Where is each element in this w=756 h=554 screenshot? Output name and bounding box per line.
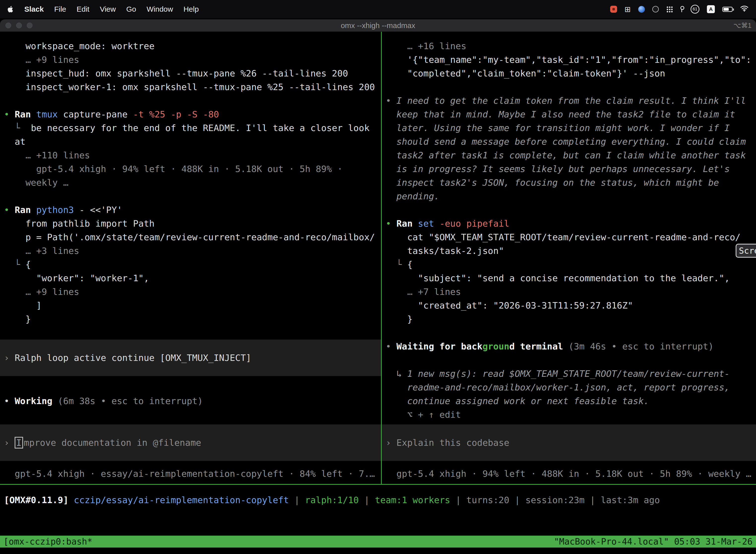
close-button[interactable] [5,22,11,28]
terminal-line: … +3 lines [0,244,381,258]
screen-share-overlay-label: Scre [739,244,756,258]
terminal-line: … +16 lines [382,39,756,53]
menu-view[interactable]: View [100,5,116,13]
input-source-icon[interactable]: A [707,5,715,13]
tmux-session-label: [omx-cczip0:bash* [3,535,92,549]
terminal-line: is in progress? It seems likely but perh… [382,162,756,176]
terminal-line: p = Path('.omx/state/team/review-current… [0,230,381,244]
window-title-bar[interactable]: omx --xhigh --madmax ⌥⌘1 [0,19,756,32]
terminal-line: keep that in mind. Maybe I also need the… [382,107,756,121]
composer-row[interactable]: › Ralph loop active continue [OMX_TMUX_I… [0,340,381,376]
terminal-line: } [382,312,756,326]
terminal-blank-line [0,381,381,394]
menu-go[interactable]: Go [126,5,136,13]
terminal-area: workspace_mode: worktree … +9 lines insp… [0,32,756,554]
menu-edit[interactable]: Edit [77,5,89,13]
hud-line: [OMX#0.11.9] cczip/essay/ai-reimplementa… [0,493,756,507]
terminal-line: workspace_mode: worktree [0,39,381,53]
left-pane: workspace_mode: worktree … +9 lines insp… [0,32,382,484]
terminal-line: "created_at": "2026-03-31T11:59:27.816Z" [382,298,756,312]
terminal-line: inspect_worker-1: omx sparkshell --tmux-… [0,80,381,94]
battery-percent-badge[interactable]: 61 [691,5,699,14]
window-title: omx --xhigh --madmax [0,21,756,30]
right-pane-content: … +16 lines '{"team_name":"my-team","tas… [382,32,756,422]
terminal-line: pending. [382,189,756,203]
terminal-blank-line [0,326,381,340]
terminal-blank-line [0,94,381,107]
terminal-line: [OMX#0.11.9] cczip/essay/ai-reimplementa… [0,493,756,507]
tmux-status-bar: [omx-cczip0:bash* "MacBook-Pro-44.local"… [0,536,756,548]
terminal-blank-line [382,353,756,367]
terminal-line: "worker": "worker-1", [0,271,381,285]
window-title-shortcut: ⌥⌘1 [734,21,752,30]
left-pane-bottom: › Improve documentation in @filename gpt… [0,425,381,481]
right-pane-bottom: › Explain this codebase gpt-5.4 xhigh · … [382,425,756,481]
menu-file[interactable]: File [54,5,66,13]
wifi-icon[interactable] [740,5,749,13]
right-pane: … +16 lines '{"team_name":"my-team","tas… [382,32,756,484]
menu-help[interactable]: Help [184,5,199,13]
composer-row[interactable]: › Improve documentation in @filename [0,425,381,461]
terminal-line: • I need to get the claim token from the… [382,94,756,107]
screen-record-indicator-icon[interactable] [610,6,617,13]
terminal-line: '{"team_name":"my-team","task_id":"1","f… [382,53,756,66]
key-icon[interactable] [680,6,683,12]
terminal-line: "subject": "send a concise recommendatio… [382,271,756,285]
terminal-line: • Ran python3 - <<'PY' [0,203,381,217]
pane-footer-line: gpt-5.4 xhigh · essay/ai-reimplementatio… [0,467,381,481]
terminal-line: • Ran tmux capture-pane -t %25 -p -S -80 [0,107,381,121]
terminal-line: … +9 lines [0,285,381,298]
terminal-line: ↳ 1 new msg(s): read $OMX_TEAM_STATE_ROO… [382,367,756,381]
terminal-blank-line [0,189,381,203]
apple-menu-icon[interactable] [7,5,14,13]
terminal-line: later. Using the same for transition mig… [382,121,756,135]
omx-hud: [OMX#0.11.9] cczip/essay/ai-reimplementa… [0,485,756,507]
menu-window[interactable]: Window [146,5,173,13]
terminal-blank-line [382,80,756,94]
terminal-line: task2 after task1 is complete, but can I… [382,149,756,162]
minimize-button[interactable] [16,22,22,28]
terminal-line: ] [0,298,381,312]
terminal-line: readme-and-reco/mailbox/worker-1.json, a… [382,381,756,394]
terminal-line: from pathlib import Path [0,217,381,230]
terminal-blank-line [382,203,756,217]
terminal-line: continue assigned work or next feasible … [382,394,756,408]
terminal-line: • Ran set -euo pipefail [382,217,756,230]
tmux-host-clock-label: "MacBook-Pro-44.local" 05:03 31-Mar-26 [554,535,753,549]
window-grid-icon[interactable]: ⊞ [625,5,631,14]
terminal-line: gpt-5.4 xhigh · 94% left · 488K in · 5.1… [0,162,381,176]
terminal-line: └ { [0,258,381,271]
left-pane-content: workspace_mode: worktree … +9 lines insp… [0,32,381,408]
terminal-line: weekly … [0,176,381,189]
zoom-button[interactable] [27,22,33,28]
terminal-window: omx --xhigh --madmax ⌥⌘1 workspace_mode:… [0,19,756,554]
terminal-line: "completed","claim_token":"claim-token"}… [382,66,756,80]
menu-bar: Slack File Edit View Go Window Help ⊞ 61… [0,0,756,18]
terminal-line: tasks/task-2.json" [382,244,756,258]
terminal-line: inspect task2's JSON, focusing on the st… [382,176,756,189]
terminal-line: • Waiting for background terminal (3m 46… [382,340,756,353]
composer-row[interactable]: › Explain this codebase [382,425,756,461]
terminal-line: } [0,312,381,326]
terminal-line: at [0,135,381,149]
terminal-blank-line [382,326,756,340]
terminal-line: └ { [382,258,756,271]
terminal-line: ⌥ + ↑ edit [382,408,756,422]
terminal-line: └ be necessary for the end of the README… [0,121,381,135]
battery-icon[interactable] [722,7,733,12]
disc-app-icon[interactable] [652,6,659,12]
active-app-menu[interactable]: Slack [24,5,44,13]
terminal-line: … +9 lines [0,53,381,66]
terminal-line: should send a message before completing … [382,135,756,149]
terminal-line: inspect_hud: omx sparkshell --tmux-pane … [0,66,381,80]
terminal-line: … +110 lines [0,149,381,162]
dots-grid-icon[interactable] [666,6,673,12]
screen-share-overlay: Scre [736,244,756,258]
terminal-line: … +7 lines [382,285,756,298]
terminal-line: • Working (6m 38s • esc to interrupt) [0,394,381,408]
terminal-line: cat "$OMX_TEAM_STATE_ROOT/team/review-cu… [382,230,756,244]
pane-footer-line: gpt-5.4 xhigh · 94% left · 488K in · 5.1… [382,467,756,481]
blue-app-icon[interactable] [638,6,645,13]
